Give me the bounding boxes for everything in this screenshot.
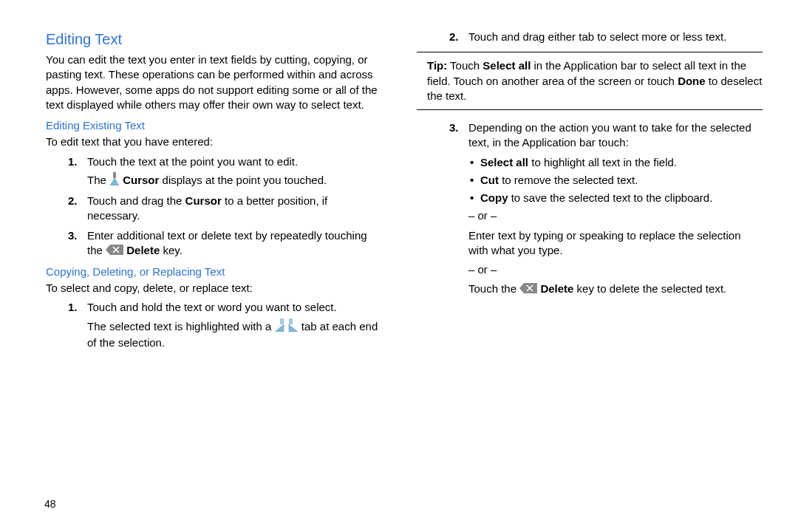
steps-copying-cont2: 3. Depending on the action you want to t… — [417, 120, 763, 151]
text: to save the selected text to the clipboa… — [508, 191, 713, 204]
bold-delete: Delete — [540, 282, 573, 295]
bullet-select-all: Select all to highlight all text in the … — [417, 155, 763, 170]
enter-text-option: Enter text by typing or speaking to repl… — [417, 228, 763, 259]
lead-copy: To select and copy, delete, or replace t… — [46, 281, 381, 296]
bold: Copy — [480, 191, 508, 204]
step-number: 1. — [68, 154, 78, 169]
step-text: Touch the text at the point you want to … — [87, 155, 298, 168]
tip-label: Tip: — [427, 59, 447, 72]
intro-paragraph: You can edit the text you enter in text … — [46, 52, 381, 112]
text: Touch the — [468, 282, 519, 295]
svg-rect-2 — [289, 318, 293, 324]
or-sep-2: – or – — [417, 262, 763, 277]
text: to remove the selected text. — [499, 174, 638, 186]
step-1-line2: The Cursor displays at the point you tou… — [87, 172, 381, 189]
text: Touch and drag the — [87, 194, 185, 207]
bold-cursor: Cursor — [123, 173, 159, 185]
page-number: 48 — [44, 497, 56, 511]
step-number: 2. — [68, 194, 78, 208]
text: Touch — [447, 59, 482, 72]
copy-step-2: 2. Touch and drag either tab to select m… — [417, 30, 763, 44]
heading-copy-delete-replace: Copying, Deleting, or Replacing Text — [46, 265, 381, 279]
step-number: 3. — [449, 120, 459, 135]
step-text: Touch and drag either tab to select more… — [468, 30, 726, 43]
steps-editing: 1. Touch the text at the point you want … — [35, 154, 381, 259]
step-number: 2. — [449, 30, 459, 44]
right-column: 2. Touch and drag either tab to select m… — [417, 30, 763, 355]
bold-delete: Delete — [126, 244, 160, 256]
svg-rect-1 — [280, 318, 284, 324]
copy-step-1: 1. Touch and hold the text or word you w… — [35, 300, 381, 350]
bold: Cut — [480, 174, 499, 186]
bold: Select all — [480, 156, 528, 168]
step-number: 1. — [68, 300, 78, 315]
lead-editing: To edit text that you have entered: — [46, 134, 381, 149]
page-content: Editing Text You can edit the text you e… — [35, 30, 763, 355]
text: to highlight all text in the field. — [528, 156, 677, 168]
bold-done: Done — [678, 75, 706, 87]
touch-delete-option: Touch the Delete key to delete the selec… — [417, 282, 763, 297]
text: The — [87, 173, 109, 185]
action-bullets: Select all to highlight all text in the … — [417, 155, 763, 206]
step-1: 1. Touch the text at the point you want … — [35, 154, 381, 190]
delete-key-icon — [519, 282, 537, 297]
bullet-copy: Copy to save the selected text to the cl… — [417, 191, 763, 205]
bold-cursor: Cursor — [185, 194, 222, 207]
step-text: Touch and hold the text or word you want… — [87, 301, 337, 313]
copy-step-1-line2: The selected text is highlighted with a … — [87, 318, 381, 351]
step-text: Depending on the action you want to take… — [468, 121, 751, 149]
bold-select-all: Select all — [482, 59, 531, 72]
cursor-icon — [109, 172, 120, 189]
steps-copying-cont: 2. Touch and drag either tab to select m… — [417, 30, 763, 44]
copy-step-3: 3. Depending on the action you want to t… — [417, 120, 763, 151]
selection-tab-left-icon — [274, 318, 284, 335]
text: The selected text is highlighted with a — [87, 319, 274, 332]
selection-tab-right-icon — [288, 318, 299, 335]
step-2: 2. Touch and drag the Cursor to a better… — [35, 194, 381, 224]
step-3: 3. Enter additional text or delete text … — [35, 228, 381, 259]
or-sep-1: – or – — [417, 208, 763, 223]
text: key to delete the selected text. — [573, 282, 726, 295]
steps-copying: 1. Touch and hold the text or word you w… — [35, 300, 381, 350]
delete-key-icon — [106, 244, 123, 259]
bullet-cut: Cut to remove the selected text. — [417, 173, 763, 188]
text: displays at the point you touched. — [163, 173, 327, 185]
step-number: 3. — [68, 228, 78, 243]
svg-rect-0 — [113, 172, 116, 178]
left-column: Editing Text You can edit the text you e… — [35, 30, 381, 355]
heading-editing-existing: Editing Existing Text — [46, 118, 381, 133]
tip-block: Tip: Touch Select all in the Application… — [417, 52, 763, 110]
text: key. — [160, 244, 183, 256]
heading-editing-text: Editing Text — [46, 30, 381, 50]
